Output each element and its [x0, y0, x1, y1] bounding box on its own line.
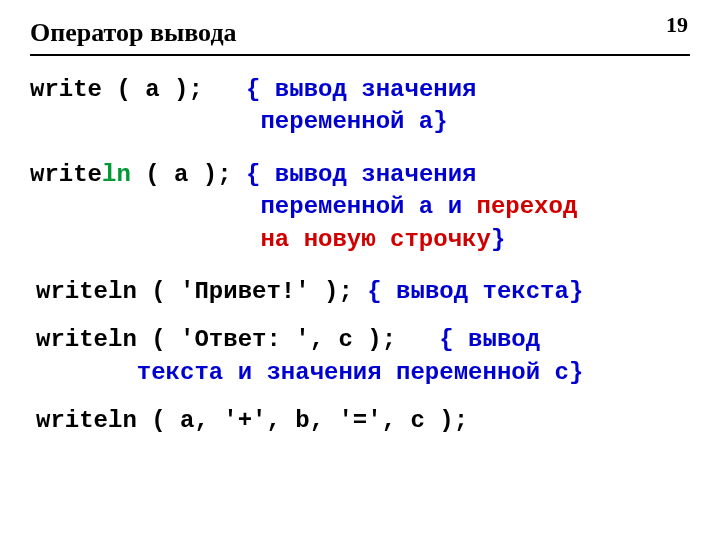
code-text: writeln ( 'Ответ: ', c ); — [36, 326, 439, 353]
title-rule — [30, 54, 690, 56]
comment-close: } — [491, 226, 505, 253]
code-text: writeln ( 'Привет!' ); — [36, 278, 367, 305]
code-text: write — [30, 161, 102, 188]
code-example-2: writeln ( a ); { вывод значения переменн… — [30, 159, 690, 256]
code-ln-suffix: ln — [102, 161, 131, 188]
comment-text: { вывод текста} — [367, 278, 583, 305]
code-text: write ( a ); — [30, 76, 246, 103]
code-text: writeln ( a, '+', b, '=', c ); — [36, 407, 468, 434]
page-title: Оператор вывода — [30, 18, 690, 48]
code-example-1: write ( a ); { вывод значения переменной… — [30, 74, 690, 139]
code-example-4: writeln ( 'Ответ: ', c ); { вывод текста… — [30, 324, 690, 389]
code-text: ( a ); — [131, 161, 246, 188]
page-number: 19 — [666, 12, 688, 38]
code-example-5: writeln ( a, '+', b, '=', c ); — [30, 405, 690, 437]
code-example-3: writeln ( 'Привет!' ); { вывод текста} — [30, 276, 690, 308]
